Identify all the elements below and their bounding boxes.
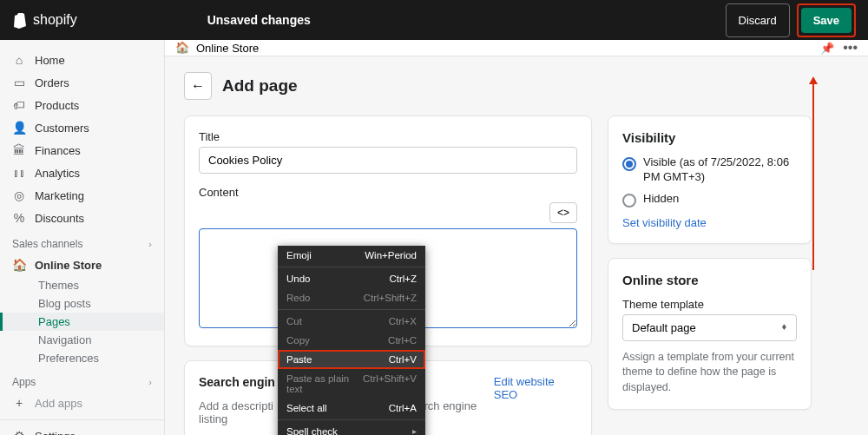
- chevron-right-icon[interactable]: ›: [148, 377, 152, 387]
- main-area: 🏠 Online Store 📌 ••• ← Add page Title Co…: [165, 40, 868, 435]
- context-menu: EmojiWin+Period UndoCtrl+Z RedoCtrl+Shif…: [278, 246, 425, 435]
- nav-section-apps: Apps›: [0, 367, 164, 392]
- ctx-copy[interactable]: CopyCtrl+C: [278, 331, 425, 350]
- nav-online-store[interactable]: 🏠Online Store: [0, 254, 164, 276]
- nav-section-sales: Sales channels›: [0, 229, 164, 254]
- nav-add-apps[interactable]: +Add apps: [0, 392, 164, 414]
- radio-checked-icon: [622, 157, 636, 171]
- subheader-title: Online Store: [196, 42, 259, 55]
- radio-unchecked-icon: [622, 194, 636, 208]
- theme-template-label: Theme template: [622, 298, 797, 311]
- visibility-title: Visibility: [622, 130, 797, 145]
- nav-navigation[interactable]: Navigation: [0, 331, 164, 349]
- chevron-right-icon[interactable]: ›: [148, 239, 152, 249]
- sidebar: ⌂Home ▭Orders 🏷Products 👤Customers 🏛Fina…: [0, 40, 165, 435]
- pin-icon[interactable]: 📌: [820, 42, 834, 55]
- ctx-undo[interactable]: UndoCtrl+Z: [278, 269, 425, 288]
- unsaved-changes-label: Unsaved changes: [207, 13, 311, 27]
- topbar: shopify Unsaved changes Discard Save: [0, 0, 868, 40]
- nav-finances[interactable]: 🏛Finances: [0, 139, 164, 161]
- gear-icon: ⚙: [12, 429, 26, 435]
- save-button[interactable]: Save: [801, 8, 852, 33]
- ctx-emoji[interactable]: EmojiWin+Period: [278, 246, 425, 265]
- nav-orders[interactable]: ▭Orders: [0, 71, 164, 94]
- nav-customers[interactable]: 👤Customers: [0, 116, 164, 139]
- theme-template-select[interactable]: Default page: [622, 314, 797, 341]
- ctx-spell-check[interactable]: Spell check▸: [278, 422, 425, 435]
- nav-pages[interactable]: Pages: [0, 313, 164, 331]
- ctx-select-all[interactable]: Select allCtrl+A: [278, 399, 425, 418]
- nav-home[interactable]: ⌂Home: [0, 49, 164, 71]
- nav-blog-posts[interactable]: Blog posts: [0, 294, 164, 313]
- brand-text: shopify: [33, 12, 77, 28]
- edit-seo-link[interactable]: Edit website SEO: [494, 375, 577, 401]
- nav-analytics[interactable]: ⫾⫾Analytics: [0, 161, 164, 184]
- nav-products[interactable]: 🏷Products: [0, 94, 164, 116]
- nav-themes[interactable]: Themes: [0, 276, 164, 294]
- brand-logo: shopify: [12, 11, 77, 29]
- save-highlight: Save: [797, 3, 856, 37]
- customers-icon: 👤: [12, 121, 26, 135]
- discounts-icon: %: [12, 211, 26, 225]
- analytics-icon: ⫾⫾: [12, 166, 26, 180]
- set-visibility-date-link[interactable]: Set visibility date: [622, 216, 797, 229]
- online-store-card: Online store Theme template Default page…: [608, 258, 812, 411]
- online-store-title: Online store: [622, 273, 797, 287]
- marketing-icon: ◎: [12, 188, 26, 202]
- nav-settings[interactable]: ⚙Settings: [0, 419, 164, 435]
- store-icon: 🏠: [175, 41, 189, 55]
- code-view-button[interactable]: <>: [549, 202, 577, 223]
- back-button[interactable]: ←: [184, 72, 212, 100]
- template-help-text: Assign a template from your current them…: [622, 350, 797, 396]
- nav-discounts[interactable]: %Discounts: [0, 207, 164, 229]
- nav-marketing[interactable]: ◎Marketing: [0, 184, 164, 207]
- more-icon[interactable]: •••: [843, 40, 858, 56]
- products-icon: 🏷: [12, 98, 26, 112]
- chevron-right-icon: ▸: [412, 426, 417, 435]
- ctx-paste-plain[interactable]: Paste as plain textCtrl+Shift+V: [278, 369, 425, 399]
- home-icon: ⌂: [12, 53, 26, 67]
- visibility-card: Visibility Visible (as of 7/25/2022, 8:0…: [608, 115, 812, 244]
- ctx-paste[interactable]: PasteCtrl+V: [278, 350, 425, 369]
- annotation-arrow: [812, 83, 814, 270]
- discard-button[interactable]: Discard: [726, 3, 790, 37]
- visibility-hidden-option[interactable]: Hidden: [622, 192, 797, 208]
- orders-icon: ▭: [12, 76, 26, 89]
- finances-icon: 🏛: [12, 143, 26, 157]
- content-label: Content: [199, 186, 577, 199]
- ctx-cut[interactable]: CutCtrl+X: [278, 312, 425, 331]
- arrow-left-icon: ←: [191, 78, 205, 94]
- page-title: Add page: [222, 76, 298, 96]
- title-input[interactable]: [199, 147, 577, 174]
- nav-preferences[interactable]: Preferences: [0, 349, 164, 367]
- plus-icon: +: [12, 396, 26, 410]
- subheader: 🏠 Online Store 📌 •••: [165, 40, 868, 56]
- visibility-visible-option[interactable]: Visible (as of 7/25/2022, 8:06 PM GMT+3): [622, 155, 797, 185]
- title-label: Title: [199, 130, 577, 143]
- ctx-redo[interactable]: RedoCtrl+Shift+Z: [278, 288, 425, 307]
- store-icon: 🏠: [12, 258, 26, 272]
